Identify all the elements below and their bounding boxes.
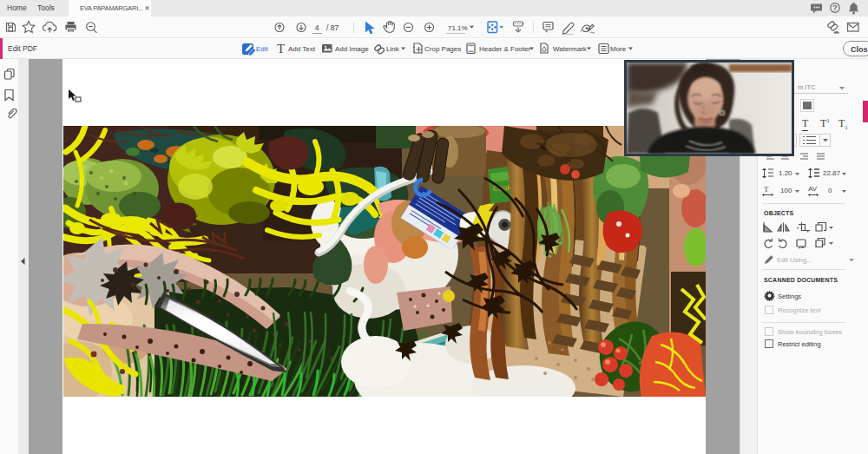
- svg-text:71.1%: 71.1%: [448, 24, 468, 32]
- svg-text:/ 87: / 87: [326, 23, 339, 32]
- svg-text:4: 4: [315, 23, 319, 32]
- svg-text:T: T: [764, 185, 769, 194]
- svg-text:T: T: [277, 42, 285, 56]
- svg-text:?: ?: [832, 3, 838, 12]
- svg-text:AV: AV: [808, 185, 818, 193]
